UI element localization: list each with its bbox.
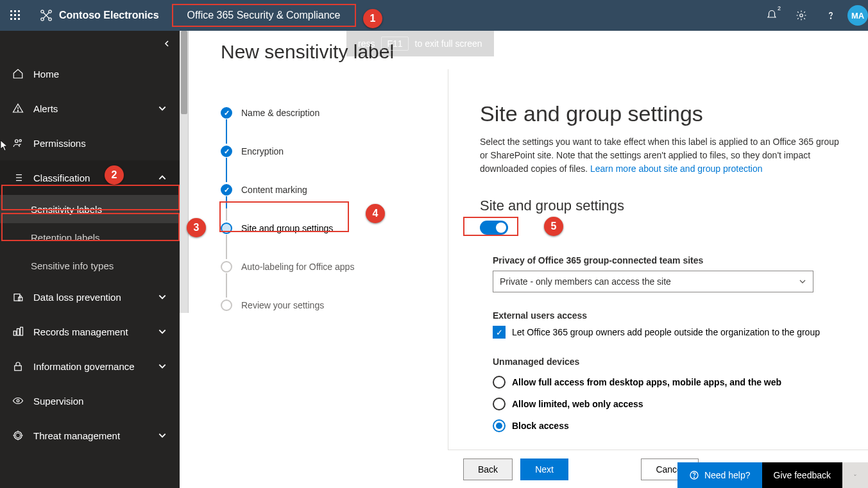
nav-classification-label: Classification (33, 172, 149, 183)
help-circle-icon (689, 470, 699, 480)
topbar-actions: 2 MA (759, 0, 868, 31)
step-5-label: Auto-labeling for Office apps (241, 262, 387, 272)
app-name[interactable]: Office 365 Security & Compliance (172, 4, 356, 27)
wizard-steps: Name & description Encryption Content ma… (221, 94, 387, 324)
nav-alerts[interactable]: Alerts (0, 91, 180, 126)
notification-count: 2 (778, 5, 781, 12)
callout-4: 4 (366, 204, 385, 223)
nav-supervision[interactable]: Supervision (0, 383, 180, 418)
step-site-group-settings[interactable]: Site and group settings (221, 209, 387, 248)
nav-home[interactable]: Home (0, 56, 180, 91)
svg-point-32 (15, 433, 21, 438)
back-label: Back (478, 464, 498, 475)
need-help-button[interactable]: Need help? (677, 462, 762, 488)
tenant-name[interactable]: Contoso Electronics (31, 9, 168, 22)
step-content-marking[interactable]: Content marking (221, 171, 387, 209)
external-access-head: External users access (493, 310, 842, 321)
panel-heading: Site and group settings (480, 101, 842, 126)
panel-description: Select the settings you want to take eff… (480, 135, 842, 176)
next-button[interactable]: Next (520, 459, 568, 480)
give-feedback-button[interactable]: Give feedback (762, 462, 843, 488)
external-access-label: Let Office 365 group owners add people o… (512, 327, 820, 337)
step-4-label: Site and group settings (241, 223, 387, 233)
svg-rect-8 (18, 18, 20, 20)
svg-rect-27 (13, 331, 16, 335)
nav-sub-sensitivity-labels[interactable]: Sensitivity labels (0, 195, 180, 223)
radio-block-label: Block access (512, 421, 569, 431)
radio-full-access[interactable]: Allow full access from desktop apps, mob… (493, 376, 842, 389)
scrollbar-thumb[interactable] (181, 31, 187, 114)
nav-sub-retention-labels[interactable]: Retention labels (0, 223, 180, 251)
help-icon[interactable] (818, 0, 844, 31)
collapse-nav-button[interactable] (0, 31, 180, 56)
nav-dlp-label: Data loss prevention (33, 292, 149, 303)
svg-point-13 (800, 14, 803, 17)
user-avatar[interactable]: MA (847, 5, 868, 26)
fullscreen-hint: ress F11 to exit full screen (346, 31, 494, 56)
learn-more-link[interactable]: Learn more about site and group protecti… (590, 164, 763, 174)
app-launcher-icon[interactable] (0, 0, 31, 31)
chevron-down-icon (799, 278, 806, 285)
svg-rect-1 (14, 10, 16, 12)
left-nav: Home Alerts Permissions Classification S… (0, 31, 180, 488)
records-icon (12, 326, 24, 337)
nav-supervision-label: Supervision (33, 396, 168, 407)
main-content: New sensitivity label Name & description… (180, 31, 868, 488)
svg-rect-0 (10, 10, 12, 12)
nav-dlp[interactable]: Data loss prevention (0, 280, 180, 314)
privacy-select[interactable]: Private - only members can access the si… (493, 271, 813, 292)
nav-records[interactable]: Records management (0, 314, 180, 349)
nav-infogov[interactable]: Information governance (0, 349, 180, 383)
nav-threat[interactable]: Threat management (0, 418, 180, 453)
scrollbar[interactable] (180, 31, 189, 313)
step-auto-labeling[interactable]: Auto-labeling for Office apps (221, 248, 387, 286)
chevron-down-icon (158, 431, 168, 440)
help-collapse-button[interactable] (842, 462, 868, 488)
permissions-icon (12, 137, 24, 149)
svg-point-18 (19, 140, 21, 142)
f11-keycap: F11 (381, 37, 408, 51)
chevron-down-icon (158, 362, 168, 371)
callout-1: 1 (363, 9, 382, 28)
svg-rect-7 (14, 18, 16, 20)
nav-classification[interactable]: Classification (0, 160, 180, 195)
radio-limited-access[interactable]: Allow limited, web only access (493, 398, 842, 410)
avatar-initials: MA (851, 11, 864, 21)
next-label: Next (535, 464, 554, 475)
svg-rect-3 (10, 14, 12, 16)
svg-rect-26 (19, 298, 22, 301)
privacy-select-value: Private - only members can access the si… (500, 276, 671, 287)
f11-pre: ress (358, 38, 375, 49)
nav-permissions-label: Permissions (33, 138, 168, 149)
nav-permissions[interactable]: Permissions (0, 126, 180, 160)
svg-point-39 (694, 477, 694, 478)
chevron-down-icon (158, 104, 168, 113)
site-group-toggle[interactable] (480, 221, 508, 235)
svg-rect-28 (17, 329, 20, 336)
f11-post: to exit full screen (415, 38, 482, 49)
step-review[interactable]: Review your settings (221, 286, 387, 324)
checkbox-checked-icon: ✓ (493, 326, 506, 339)
svg-rect-29 (21, 327, 23, 335)
step-encryption[interactable]: Encryption (221, 132, 387, 171)
svg-point-14 (830, 18, 831, 19)
chevron-down-icon (158, 327, 168, 336)
nav-records-label: Records management (33, 326, 149, 337)
external-access-checkbox[interactable]: ✓ Let Office 365 group owners add people… (493, 326, 842, 339)
nav-sub-types-label: Sensitive info types (31, 260, 114, 271)
nav-sub-sensitive-info-types[interactable]: Sensitive info types (0, 251, 180, 280)
feedback-label: Give feedback (774, 470, 831, 480)
radio-block-access[interactable]: Block access (493, 419, 842, 432)
settings-icon[interactable] (788, 0, 814, 31)
vertical-divider (448, 69, 448, 450)
cursor-icon (0, 140, 9, 151)
notifications-icon[interactable]: 2 (759, 0, 785, 31)
callout-2: 2 (105, 165, 124, 185)
svg-rect-6 (10, 18, 12, 20)
back-button[interactable]: Back (463, 459, 513, 480)
alert-icon (12, 103, 24, 114)
radio-limited-label: Allow limited, web only access (512, 399, 643, 409)
step-name-description[interactable]: Name & description (221, 94, 387, 132)
svg-point-16 (17, 110, 18, 111)
step-3-label: Content marking (241, 185, 387, 195)
